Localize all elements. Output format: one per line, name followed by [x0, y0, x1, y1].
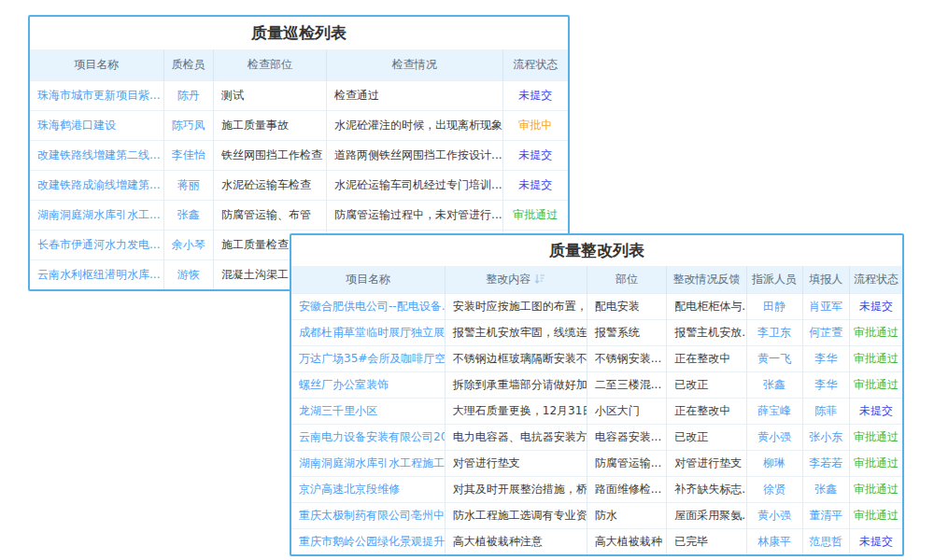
status-text: 审批通过: [850, 451, 902, 477]
project-link[interactable]: 湖南洞庭湖水库引水工程施工标: [291, 451, 445, 477]
project-link[interactable]: 重庆太极制药有限公司亳州中...: [291, 503, 445, 529]
column-header: 检查情况: [327, 49, 503, 81]
reporter-link[interactable]: 张鑫: [802, 477, 850, 503]
assignee-link[interactable]: 黄小强: [746, 425, 802, 451]
column-header[interactable]: 整改内容: [445, 266, 587, 294]
part-cell: 高大植被栽种: [587, 529, 666, 555]
rectification-list-panel: 质量整改列表 项目名称整改内容部位整改情况反馈指派人员填报人流程状态 安徽合肥供…: [290, 233, 904, 556]
project-link[interactable]: 京沪高速北京段维修: [291, 477, 445, 503]
project-link[interactable]: 改建铁路线增建第二线...: [30, 141, 163, 171]
column-header-label: 指派人员: [752, 273, 797, 286]
assignee-link[interactable]: 张鑫: [746, 372, 802, 399]
column-header: 填报人: [802, 266, 850, 294]
content-cell: 不锈钢边框玻璃隔断安装不牢...: [445, 346, 587, 372]
project-link[interactable]: 重庆市鹅岭公园绿化景观提升...: [291, 529, 445, 555]
feedback-cell: 补齐缺失标志...: [667, 477, 746, 503]
assignee-link[interactable]: 柳琳: [746, 451, 802, 477]
assignee-link[interactable]: 薛宝峰: [746, 399, 802, 425]
project-link[interactable]: 云南水利枢纽潜明水库...: [30, 260, 163, 290]
project-link[interactable]: 螺丝厂办公室装饰: [291, 372, 445, 399]
reporter-link[interactable]: 张小东: [802, 425, 850, 451]
status-text: 未提交: [850, 294, 902, 320]
column-header-label: 整改内容: [486, 273, 531, 286]
table-row: 改建铁路成渝线增建第...蒋丽水泥砼运输车检查水泥砼运输车司机经过专门培训...…: [30, 171, 568, 201]
assignee-link[interactable]: 林康平: [746, 529, 802, 555]
status-text: 审批通过: [850, 320, 902, 346]
reporter-link[interactable]: 李华: [802, 372, 850, 399]
part-cell: 报警系统: [587, 320, 666, 346]
part-cell: 施工质量事故: [214, 111, 327, 141]
inspector-link[interactable]: 游恢: [163, 260, 214, 290]
reporter-link[interactable]: 肖亚军: [802, 294, 850, 320]
project-link[interactable]: 成都杜甫草堂临时展厅独立展...: [291, 320, 445, 346]
project-link[interactable]: 长春市伊通河水力发电...: [30, 231, 163, 260]
assignee-link[interactable]: 田静: [746, 294, 802, 320]
table-row: 成都杜甫草堂临时展厅独立展...报警主机安放牢固，线缆连接...报警系统报警主机…: [291, 320, 902, 346]
status-text: 审批通过: [502, 201, 568, 231]
situation-cell: 水泥砼灌注的时候，出现离析现象: [327, 111, 503, 141]
project-link[interactable]: 改建铁路成渝线增建第...: [30, 171, 163, 201]
content-cell: 高大植被栽种注意: [445, 529, 587, 555]
feedback-cell: 已改正: [667, 372, 746, 399]
sort-icon[interactable]: [534, 273, 545, 287]
table-row: 改建铁路线增建第二线...李佳怡铁丝网围挡工作检查道路两侧铁丝网围挡工作按设计.…: [30, 141, 568, 171]
feedback-cell: 报警主机安放...: [667, 320, 746, 346]
assignee-link[interactable]: 黄小强: [746, 503, 802, 529]
status-text: 审批中: [502, 111, 568, 141]
column-header: 流程状态: [502, 49, 568, 81]
column-header-label: 流程状态: [513, 58, 558, 71]
column-header-label: 项目名称: [74, 58, 119, 71]
column-header-label: 检查部位: [248, 58, 292, 71]
reporter-link[interactable]: 范思哲: [802, 529, 850, 555]
part-cell: 电容器安装...: [587, 425, 666, 451]
inspector-link[interactable]: 蒋丽: [163, 171, 214, 201]
part-cell: 配电安装: [587, 294, 666, 320]
rectification-list-title: 质量整改列表: [291, 235, 902, 266]
assignee-link[interactable]: 黄一飞: [746, 346, 802, 372]
project-link[interactable]: 珠海鹤港口建设: [30, 111, 163, 141]
table-row: 云南电力设备安装有限公司20...电力电容器、电抗器安装方案,...电容器安装.…: [291, 425, 902, 451]
inspector-link[interactable]: 余小琴: [163, 231, 214, 260]
project-link[interactable]: 珠海市城市更新项目紫...: [30, 81, 163, 111]
reporter-link[interactable]: 董清平: [802, 503, 850, 529]
reporter-link[interactable]: 李若若: [802, 451, 850, 477]
project-link[interactable]: 万达广场35#会所及咖啡厅空...: [291, 346, 445, 372]
column-header: 部位: [587, 266, 666, 294]
content-cell: 对管进行垫支: [445, 451, 587, 477]
inspector-link[interactable]: 陈巧凤: [163, 111, 214, 141]
content-cell: 大理石质量更换，12月31日之...: [445, 399, 587, 425]
status-text: 未提交: [850, 529, 902, 555]
table-row: 珠海市城市更新项目紫...陈丹测试检查通过未提交: [30, 81, 568, 111]
assignee-link[interactable]: 徐贤: [746, 477, 802, 503]
column-header-label: 部位: [616, 273, 638, 286]
inspector-link[interactable]: 张鑫: [163, 201, 214, 231]
project-link[interactable]: 云南电力设备安装有限公司20...: [291, 425, 445, 451]
part-cell: 不锈钢安装...: [587, 346, 666, 372]
feedback-cell: 正在整改中: [667, 399, 746, 425]
assignee-link[interactable]: 李卫东: [746, 320, 802, 346]
column-header-label: 整改情况反馈: [672, 273, 740, 286]
reporter-link[interactable]: 陈菲: [802, 399, 850, 425]
situation-cell: 水泥砼运输车司机经过专门培训...: [327, 171, 503, 201]
feedback-cell: 已完毕: [667, 529, 746, 555]
column-header: 项目名称: [30, 49, 163, 81]
situation-cell: 道路两侧铁丝网围挡工作按设计...: [327, 141, 503, 171]
inspector-link[interactable]: 陈丹: [163, 81, 214, 111]
table-row: 京沪高速北京段维修对其及时开展整治措施，桥头...路面维修检...补齐缺失标志.…: [291, 477, 902, 503]
project-link[interactable]: 湖南洞庭湖水库引水工...: [30, 201, 163, 231]
content-cell: 报警主机安放牢固，线缆连接...: [445, 320, 587, 346]
part-cell: 水泥砼运输车检查: [214, 171, 327, 201]
part-cell: 铁丝网围挡工作检查: [214, 141, 327, 171]
situation-cell: 检查通过: [327, 81, 503, 111]
project-link[interactable]: 安徽合肥供电公司--配电设备...: [291, 294, 445, 320]
column-header: 整改情况反馈: [667, 266, 746, 294]
reporter-link[interactable]: 李华: [802, 346, 850, 372]
column-header-label: 填报人: [809, 273, 842, 286]
column-header-label: 质检员: [172, 58, 205, 71]
table-row: 螺丝厂办公室装饰拆除到承重墙部分请做好加固...二至三楼混...已改正张鑫李华审…: [291, 372, 902, 399]
reporter-link[interactable]: 何芷萱: [802, 320, 850, 346]
inspector-link[interactable]: 李佳怡: [163, 141, 214, 171]
column-header: 指派人员: [746, 266, 802, 294]
project-link[interactable]: 龙湖三千里小区: [291, 399, 445, 425]
table-row: 龙湖三千里小区大理石质量更换，12月31日之...小区大门正在整改中薛宝峰陈菲未…: [291, 399, 902, 425]
